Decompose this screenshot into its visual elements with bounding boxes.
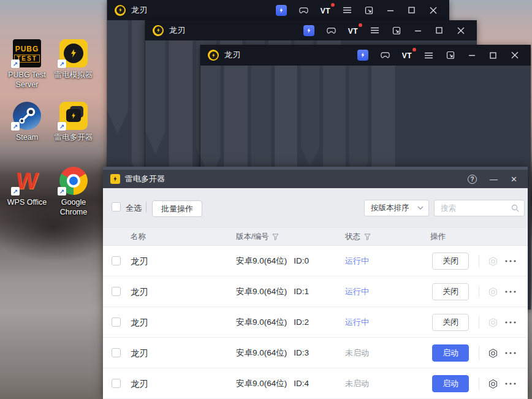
close-icon[interactable]: ✕ [511, 175, 517, 183]
batch-operations-button[interactable]: 批量操作 [152, 200, 202, 217]
instance-row: 龙刃 安卓9.0(64位)ID:2 运行中 关闭 [103, 307, 528, 338]
column-header-status: 状态 [345, 228, 371, 245]
settings-gear-icon[interactable] [488, 348, 498, 359]
emulator-titlebar: 龙刃 VT [145, 20, 477, 40]
settings-gear-icon[interactable] [488, 287, 498, 297]
multi-instance-manager-window: 雷电多开器 ? — ✕ 全选 批量操作 按版本排序 [103, 167, 528, 399]
instance-id: ID:1 [294, 287, 309, 296]
row-checkbox[interactable] [112, 348, 121, 357]
wps-icon: W ↗ [13, 167, 41, 195]
select-all-label: 全选 [126, 203, 142, 214]
desktop-icon-label: WPS Office [7, 197, 47, 207]
row-checkbox[interactable] [112, 287, 121, 296]
boost-icon[interactable] [357, 50, 368, 61]
settings-gear-icon[interactable] [488, 256, 498, 267]
desktop-icon-google-chrome[interactable]: ↗ Google Chrome [49, 167, 98, 218]
desktop-icon-steam[interactable]: ↗ Steam [2, 102, 51, 142]
sort-dropdown[interactable]: 按版本排序 [364, 200, 429, 216]
more-options-icon[interactable] [505, 352, 516, 354]
instance-name: 龙刃 [131, 368, 148, 399]
close-icon[interactable] [456, 26, 465, 35]
vt-indicator[interactable]: VT [348, 25, 358, 36]
window-title: 龙刃 [131, 5, 148, 16]
gamepad-icon[interactable] [299, 6, 308, 15]
desktop-icon-label: PUBG Test Server [2, 70, 51, 90]
menu-icon[interactable] [370, 26, 379, 35]
stop-instance-button[interactable]: 关闭 [432, 283, 469, 300]
minimize-icon[interactable] [413, 26, 422, 35]
pubg-icon: PUBG TEST ↗ [13, 39, 41, 67]
select-all-checkbox[interactable] [112, 202, 121, 211]
android-version: 安卓9.0(64位) [236, 348, 287, 357]
filter-icon[interactable] [364, 234, 371, 240]
ldplayer-logo-icon [115, 5, 126, 16]
start-instance-button[interactable]: 启动 [432, 344, 469, 362]
more-options-icon[interactable] [505, 321, 516, 324]
popout-icon[interactable] [392, 26, 401, 35]
shortcut-arrow-icon: ↗ [58, 59, 66, 68]
vt-label: VT [402, 51, 412, 60]
more-options-icon[interactable] [505, 382, 516, 385]
instance-list: 龙刃 安卓9.0(64位)ID:0 运行中 关闭 龙刃 安卓9.0(6 [103, 246, 528, 399]
instance-name: 龙刃 [131, 338, 148, 368]
boost-icon[interactable] [276, 5, 287, 16]
menu-icon[interactable] [343, 6, 352, 15]
desktop-icon-ld-multiplayer[interactable]: ↗ 雷电多开器 [49, 102, 98, 142]
row-checkbox[interactable] [112, 256, 121, 265]
manager-titlebar: 雷电多开器 ? — ✕ [103, 170, 528, 188]
action-divider [479, 316, 479, 329]
popout-icon[interactable] [364, 6, 373, 15]
column-header-name: 名称 [131, 228, 146, 245]
desktop-icon-wps-office[interactable]: W ↗ WPS Office [2, 167, 51, 207]
close-icon[interactable] [428, 6, 438, 15]
more-options-icon[interactable] [505, 291, 516, 293]
gamepad-icon[interactable] [327, 26, 336, 35]
desktop-icon-label: Steam [16, 132, 38, 142]
boost-icon[interactable] [303, 25, 314, 36]
vt-indicator[interactable]: VT [321, 5, 330, 16]
minimize-icon[interactable] [467, 51, 476, 60]
filter-icon[interactable] [272, 234, 279, 240]
maximize-icon[interactable] [488, 51, 498, 60]
vt-indicator[interactable]: VT [402, 50, 412, 61]
gamepad-icon[interactable] [381, 51, 390, 60]
minimize-icon[interactable]: — [490, 175, 498, 183]
instance-version: 安卓9.0(64位)ID:0 [236, 246, 309, 276]
desktop-icon-ldplayer-emulator[interactable]: ↗ 雷电模拟器 [49, 39, 98, 80]
vt-alert-dot [331, 3, 335, 7]
shortcut-arrow-icon: ↗ [11, 187, 20, 196]
instance-status: 运行中 [345, 276, 369, 307]
window-title: 龙刃 [169, 25, 186, 36]
minimize-icon[interactable] [386, 6, 395, 15]
start-instance-button[interactable]: 启动 [432, 375, 469, 392]
menu-icon[interactable] [424, 51, 433, 60]
ld-multiplayer-app-icon [110, 174, 120, 184]
search-box [434, 200, 525, 216]
settings-gear-icon[interactable] [488, 379, 498, 389]
instance-status: 未启动 [345, 368, 369, 399]
maximize-icon[interactable] [435, 26, 444, 35]
more-options-icon[interactable] [505, 260, 516, 262]
settings-gear-icon[interactable] [488, 317, 498, 328]
close-icon[interactable] [510, 51, 519, 60]
chevron-down-icon [417, 206, 424, 210]
android-version: 安卓9.0(64位) [236, 379, 287, 388]
instance-row: 龙刃 安卓9.0(64位)ID:0 运行中 关闭 [103, 246, 528, 276]
search-input[interactable] [441, 204, 511, 213]
desktop-icon-pubg-test-server[interactable]: PUBG TEST ↗ PUBG Test Server [2, 39, 51, 90]
help-icon[interactable]: ? [468, 175, 477, 184]
stop-instance-button[interactable]: 关闭 [432, 253, 469, 270]
android-version: 安卓9.0(64位) [236, 256, 287, 265]
row-checkbox[interactable] [112, 379, 121, 388]
ldplayer-icon: ↗ [59, 39, 88, 67]
maximize-icon[interactable] [407, 6, 416, 15]
popout-icon[interactable] [446, 51, 455, 60]
row-checkbox[interactable] [112, 317, 121, 327]
instance-version: 安卓9.0(64位)ID:4 [236, 368, 309, 399]
desktop-icon-label: Google Chrome [49, 197, 98, 218]
emulator-titlebar: 龙刃 VT [107, 0, 449, 20]
column-header-version: 版本/编号 [236, 228, 279, 245]
instance-status: 未启动 [345, 338, 369, 368]
chrome-icon: ↗ [59, 167, 88, 195]
stop-instance-button[interactable]: 关闭 [432, 314, 469, 331]
